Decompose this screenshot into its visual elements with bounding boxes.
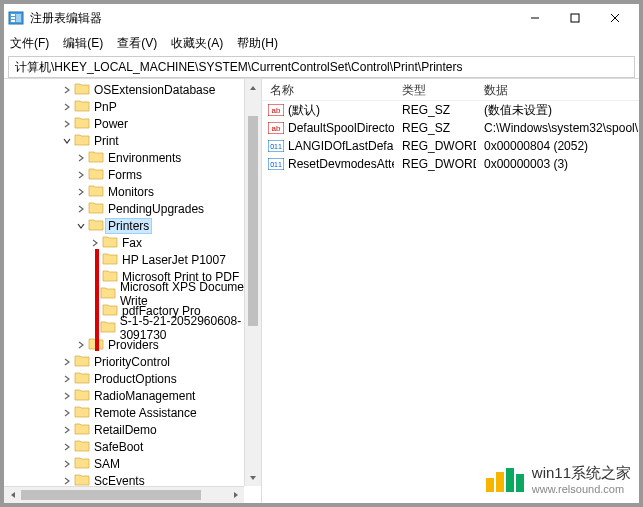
- tree-item[interactable]: PendingUpgrades: [4, 200, 261, 217]
- svg-text:011: 011: [270, 143, 282, 150]
- maximize-button[interactable]: [555, 4, 595, 32]
- tree-item-label: Remote Assistance: [94, 406, 197, 420]
- tree-item[interactable]: HP LaserJet P1007: [4, 251, 261, 268]
- tree-item-label: Printers: [105, 218, 152, 234]
- tree-item[interactable]: Fax: [4, 234, 261, 251]
- col-header-data[interactable]: 数据: [476, 79, 639, 100]
- tree-item[interactable]: Monitors: [4, 183, 261, 200]
- svg-rect-6: [571, 14, 579, 22]
- svg-rect-3: [11, 20, 15, 22]
- chevron-right-icon[interactable]: [60, 120, 74, 128]
- folder-icon: [74, 439, 94, 455]
- chevron-right-icon[interactable]: [60, 103, 74, 111]
- folder-icon: [88, 184, 108, 200]
- address-bar[interactable]: 计算机\HKEY_LOCAL_MACHINE\SYSTEM\CurrentCon…: [8, 56, 635, 78]
- chevron-right-icon[interactable]: [88, 239, 102, 247]
- value-type: REG_SZ: [394, 103, 476, 117]
- tree-scrollbar-v[interactable]: [244, 79, 261, 486]
- folder-icon: [102, 235, 122, 251]
- scroll-up-button[interactable]: [245, 79, 261, 96]
- tree-pane[interactable]: OSExtensionDatabasePnPPowerPrintEnvironm…: [4, 79, 262, 503]
- chevron-right-icon[interactable]: [60, 86, 74, 94]
- scroll-thumb-h[interactable]: [21, 490, 201, 500]
- tree-item[interactable]: Print: [4, 132, 261, 149]
- menu-view[interactable]: 查看(V): [117, 35, 157, 52]
- tree-item-label: RadioManagement: [94, 389, 195, 403]
- menu-edit[interactable]: 编辑(E): [63, 35, 103, 52]
- svg-text:011: 011: [270, 161, 282, 168]
- folder-icon: [74, 116, 94, 132]
- tree-item[interactable]: Microsoft XPS Document Write: [4, 285, 261, 302]
- chevron-right-icon[interactable]: [60, 477, 74, 485]
- scroll-down-button[interactable]: [245, 469, 261, 486]
- chevron-right-icon[interactable]: [60, 392, 74, 400]
- scroll-right-button[interactable]: [227, 487, 244, 503]
- chevron-down-icon[interactable]: [74, 222, 88, 230]
- list-row[interactable]: ab(默认)REG_SZ(数值未设置): [262, 101, 639, 119]
- chevron-right-icon[interactable]: [74, 154, 88, 162]
- chevron-right-icon[interactable]: [60, 358, 74, 366]
- chevron-down-icon[interactable]: [60, 137, 74, 145]
- chevron-right-icon[interactable]: [60, 409, 74, 417]
- tree-item[interactable]: RadioManagement: [4, 387, 261, 404]
- folder-icon: [74, 456, 94, 472]
- tree-scrollbar-h[interactable]: [4, 486, 244, 503]
- chevron-right-icon[interactable]: [60, 460, 74, 468]
- value-type: REG_SZ: [394, 121, 476, 135]
- chevron-right-icon[interactable]: [60, 426, 74, 434]
- menu-file[interactable]: 文件(F): [10, 35, 49, 52]
- folder-icon: [74, 388, 94, 404]
- svg-rect-1: [11, 14, 15, 16]
- tree-item[interactable]: OSExtensionDatabase: [4, 81, 261, 98]
- scroll-thumb-v[interactable]: [248, 116, 258, 326]
- value-type: REG_DWORD: [394, 139, 476, 153]
- tree-item[interactable]: PriorityControl: [4, 353, 261, 370]
- svg-text:ab: ab: [272, 124, 281, 133]
- list-row[interactable]: 011ResetDevmodesAtte...REG_DWORD0x000000…: [262, 155, 639, 173]
- menubar: 文件(F) 编辑(E) 查看(V) 收藏夹(A) 帮助(H): [4, 32, 639, 54]
- menu-favorites[interactable]: 收藏夹(A): [171, 35, 223, 52]
- folder-icon: [100, 286, 120, 302]
- list-row[interactable]: 011LANGIDOfLastDefault...REG_DWORD0x0000…: [262, 137, 639, 155]
- folder-icon: [88, 167, 108, 183]
- svg-rect-4: [16, 14, 21, 22]
- tree-item[interactable]: S-1-5-21-2052960608-3091730: [4, 319, 261, 336]
- scroll-left-button[interactable]: [4, 487, 21, 503]
- svg-rect-2: [11, 17, 15, 19]
- tree-item[interactable]: Printers: [4, 217, 261, 234]
- value-data: (数值未设置): [476, 102, 639, 119]
- chevron-right-icon[interactable]: [60, 443, 74, 451]
- chevron-right-icon[interactable]: [74, 205, 88, 213]
- close-button[interactable]: [595, 4, 635, 32]
- value-data: 0x00000804 (2052): [476, 139, 639, 153]
- tree-item-label: Environments: [108, 151, 181, 165]
- tree-item[interactable]: SafeBoot: [4, 438, 261, 455]
- tree-item[interactable]: Forms: [4, 166, 261, 183]
- col-header-name[interactable]: 名称: [262, 79, 394, 100]
- tree-item[interactable]: ProductOptions: [4, 370, 261, 387]
- chevron-right-icon[interactable]: [60, 375, 74, 383]
- folder-icon: [88, 150, 108, 166]
- chevron-right-icon[interactable]: [74, 341, 88, 349]
- chevron-right-icon[interactable]: [74, 171, 88, 179]
- list-row[interactable]: abDefaultSpoolDirectoryREG_SZC:\Windows\…: [262, 119, 639, 137]
- tree-item[interactable]: RetailDemo: [4, 421, 261, 438]
- value-name: LANGIDOfLastDefault...: [288, 139, 394, 153]
- list-pane[interactable]: 名称 类型 数据 ab(默认)REG_SZ(数值未设置)abDefaultSpo…: [262, 79, 639, 503]
- value-name: (默认): [288, 102, 320, 119]
- tree-item[interactable]: Environments: [4, 149, 261, 166]
- regedit-icon: [8, 10, 24, 26]
- menu-help[interactable]: 帮助(H): [237, 35, 278, 52]
- tree-item[interactable]: Power: [4, 115, 261, 132]
- folder-icon: [74, 82, 94, 98]
- tree-item-label: Power: [94, 117, 128, 131]
- tree-item[interactable]: Remote Assistance: [4, 404, 261, 421]
- col-header-type[interactable]: 类型: [394, 79, 476, 100]
- folder-icon: [74, 133, 94, 149]
- tree-item-label: Print: [94, 134, 119, 148]
- tree-item-label: Monitors: [108, 185, 154, 199]
- minimize-button[interactable]: [515, 4, 555, 32]
- tree-item[interactable]: PnP: [4, 98, 261, 115]
- tree-item[interactable]: SAM: [4, 455, 261, 472]
- chevron-right-icon[interactable]: [74, 188, 88, 196]
